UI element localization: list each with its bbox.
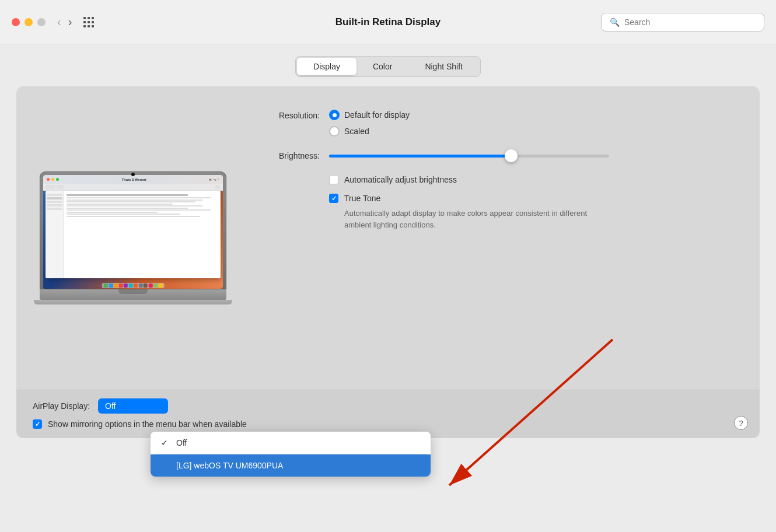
titlebar: ‹ › Built-in Retina Display 🔍 [0,0,776,44]
back-button[interactable]: ‹ [55,15,64,29]
resolution-row: Resolution: Default for display Scaled [256,110,742,136]
airplay-dropdown-button[interactable]: Off [98,398,168,414]
tab-color[interactable]: Color [356,58,408,75]
auto-brightness-row[interactable]: Automatically adjust brightness [329,175,742,184]
dropdown-menu[interactable]: ✓ Off [LG] webOS TV UM6900PUA [151,432,431,477]
resolution-label: Resolution: [256,110,320,120]
true-tone-label: True Tone [344,194,380,203]
airplay-label: AirPlay Display: [33,401,90,411]
bottom-section: AirPlay Display: Off ✓ Show mirroring op… [16,390,760,438]
search-input[interactable] [624,18,756,27]
help-button[interactable]: ? [734,416,748,430]
auto-brightness-label: Automatically adjust brightness [344,175,457,184]
mirror-row[interactable]: ✓ Show mirroring options in the menu bar… [33,419,743,429]
off-checkmark: ✓ [161,438,170,447]
lg-label: [LG] webOS TV UM6900PUA [176,461,283,470]
tab-display[interactable]: Display [297,58,356,75]
radio-default[interactable] [329,110,340,120]
dropdown-item-lg[interactable]: [LG] webOS TV UM6900PUA [151,454,431,477]
window-title: Built-in Retina Display [335,16,441,28]
radio-scaled[interactable] [329,126,340,136]
off-label: Off [176,438,187,447]
mirror-label: Show mirroring options in the menu bar w… [48,419,247,429]
true-tone-checkbox[interactable]: ✓ [329,194,338,203]
grid-icon[interactable] [83,17,94,27]
tab-bar: Display Color Night Shift [16,56,760,77]
resolution-scaled-label: Scaled [344,127,369,136]
true-tone-section: ✓ True Tone Automatically adapt display … [329,194,742,230]
resolution-default-label: Default for display [344,110,410,120]
forward-button[interactable]: › [66,15,75,29]
settings-options: Resolution: Default for display Scaled [256,104,742,372]
main-panel: Thats Different ⌘ ⌥ ⌃ [16,86,760,390]
dropdown-item-off[interactable]: ✓ Off [151,432,431,454]
brightness-label: Brightness: [256,151,320,160]
search-icon: 🔍 [610,18,620,27]
true-tone-description: Automatically adapt display to make colo… [344,208,589,230]
close-button[interactable] [12,18,20,26]
brightness-slider[interactable] [329,149,609,162]
laptop-illustration: Thats Different ⌘ ⌥ ⌃ [34,104,232,372]
minimize-button[interactable] [25,18,33,26]
content-area: Display Color Night Shift [0,44,776,438]
search-box[interactable]: 🔍 [601,13,764,32]
traffic-lights [12,18,46,26]
tab-night-shift[interactable]: Night Shift [408,58,479,75]
resolution-scaled-option[interactable]: Scaled [329,126,410,136]
mirror-checkbox[interactable]: ✓ [33,419,42,429]
resolution-default-option[interactable]: Default for display [329,110,410,120]
airplay-row: AirPlay Display: Off [33,398,743,414]
true-tone-row[interactable]: ✓ True Tone [329,194,742,203]
maximize-button[interactable] [37,18,46,26]
brightness-row: Brightness: [256,149,742,162]
auto-brightness-checkbox[interactable] [329,175,338,184]
